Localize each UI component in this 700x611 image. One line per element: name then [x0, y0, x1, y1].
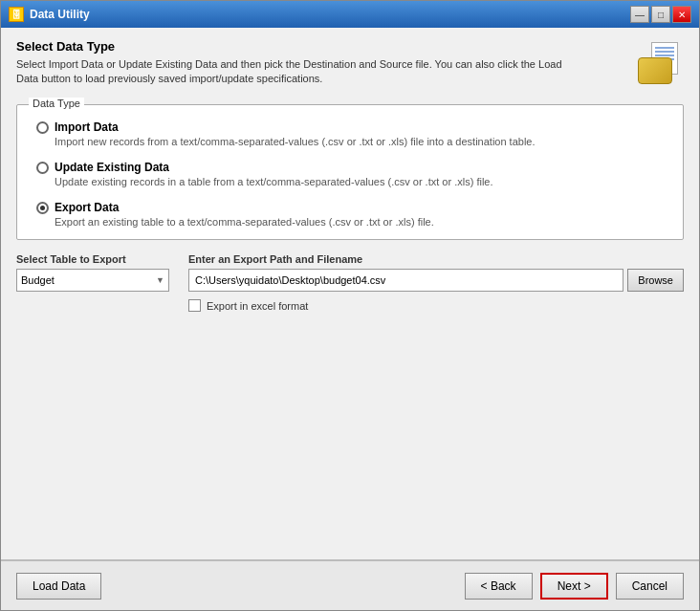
table-select-value: Budget [21, 274, 55, 286]
import-data-option[interactable]: Import Data Import new records from a te… [36, 120, 664, 147]
header-icon [626, 39, 684, 87]
bottom-bar: Load Data < Back Next > Cancel [1, 560, 699, 610]
title-bar: 🗄 Data Utility — □ ✕ [1, 1, 699, 28]
window-title: Data Utility [30, 8, 90, 21]
update-radio-desc: Update existing records in a table from … [55, 176, 664, 187]
path-input[interactable] [188, 269, 623, 292]
page-description: Select Import Data or Update Existing Da… [16, 57, 571, 87]
path-input-row: Browse [188, 269, 684, 292]
path-group: Enter an Export Path and Filename Browse… [188, 253, 684, 312]
icon-line [655, 51, 674, 53]
minimize-button[interactable]: — [630, 6, 649, 23]
excel-format-label: Export in excel format [207, 300, 308, 312]
update-data-option[interactable]: Update Existing Data Update existing rec… [36, 161, 664, 187]
import-radio-desc: Import new records from a text/comma-sep… [55, 136, 664, 147]
excel-format-row: Export in excel format [188, 299, 684, 312]
table-select-label: Select Table to Export [16, 253, 169, 265]
import-radio-label: Import Data [55, 120, 119, 134]
icon-line [655, 55, 674, 56]
browse-button[interactable]: Browse [627, 269, 684, 292]
content-area: Select Data Type Select Import Data or U… [1, 28, 699, 559]
spacer [16, 325, 684, 548]
header-section: Select Data Type Select Import Data or U… [16, 39, 684, 95]
database-icon [632, 42, 678, 84]
cancel-button[interactable]: Cancel [616, 573, 684, 600]
title-bar-controls: — □ ✕ [630, 6, 691, 23]
back-button[interactable]: < Back [465, 573, 533, 600]
close-button[interactable]: ✕ [672, 6, 691, 23]
datatype-groupbox: Data Type Import Data Import new records… [16, 104, 684, 240]
export-radio-label: Export Data [55, 201, 119, 214]
next-button[interactable]: Next > [540, 573, 608, 600]
import-radio-input[interactable] [36, 121, 49, 134]
update-radio-row: Update Existing Data [36, 161, 664, 174]
import-radio-row: Import Data [36, 120, 664, 134]
export-radio-desc: Export an existing table to a text/comma… [55, 216, 664, 228]
main-window: 🗄 Data Utility — □ ✕ Select Data Type Se… [0, 0, 700, 611]
icon-line [655, 47, 674, 49]
dropdown-arrow-icon: ▼ [156, 275, 164, 285]
export-radio-row: Export Data [36, 201, 664, 214]
table-select-dropdown[interactable]: Budget ▼ [16, 269, 169, 292]
maximize-button[interactable]: □ [651, 6, 670, 23]
export-radio-input[interactable] [36, 202, 49, 214]
barrel-icon [638, 57, 672, 84]
export-data-option[interactable]: Export Data Export an existing table to … [36, 201, 664, 228]
header-text: Select Data Type Select Import Data or U… [16, 39, 626, 87]
groupbox-legend: Data Type [29, 98, 84, 109]
page-title: Select Data Type [16, 39, 626, 54]
fields-section: Select Table to Export Budget ▼ Enter an… [16, 250, 684, 316]
title-bar-left: 🗄 Data Utility [9, 7, 90, 22]
load-data-button[interactable]: Load Data [16, 573, 101, 600]
bottom-right-buttons: < Back Next > Cancel [465, 573, 684, 600]
table-select-group: Select Table to Export Budget ▼ [16, 253, 169, 292]
update-radio-input[interactable] [36, 162, 49, 174]
update-radio-label: Update Existing Data [55, 161, 169, 174]
path-label: Enter an Export Path and Filename [188, 253, 684, 265]
bottom-left-buttons: Load Data [16, 573, 101, 600]
excel-format-checkbox[interactable] [188, 299, 201, 312]
app-icon: 🗄 [9, 7, 24, 22]
